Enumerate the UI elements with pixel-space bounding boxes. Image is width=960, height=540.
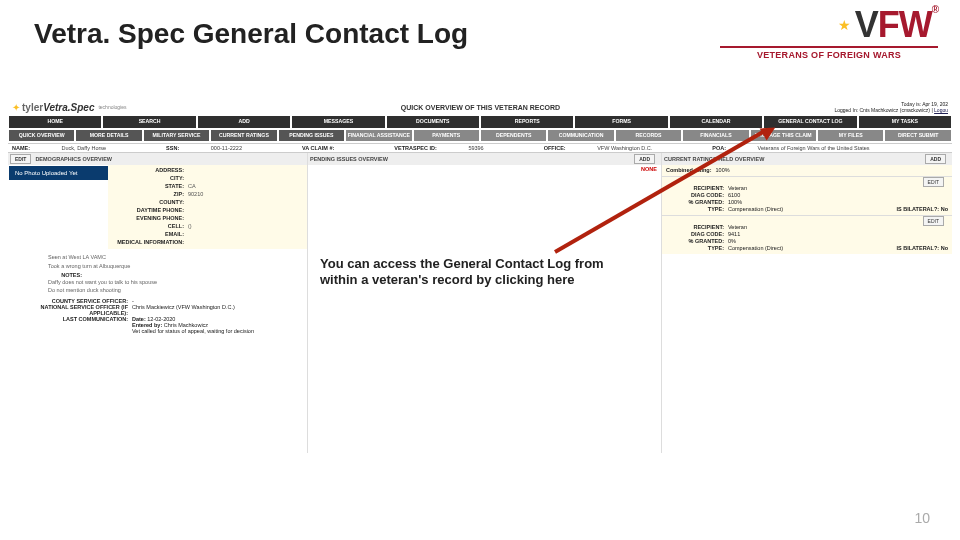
sub-direct-submit[interactable]: DIRECT SUBMIT bbox=[884, 129, 951, 143]
sub-records[interactable]: RECORDS bbox=[615, 129, 682, 143]
lastcomm-label: LAST COMMUNICATION: bbox=[8, 316, 128, 322]
r1-granted: 100% bbox=[728, 199, 948, 205]
ratings-header: CURRENT RATINGS HELD OVERVIEW bbox=[664, 156, 925, 162]
r1-bilat-label: IS BILATERAL?: bbox=[896, 206, 939, 212]
sub-payments[interactable]: PAYMENTS bbox=[413, 129, 480, 143]
photo-placeholder: No Photo Uploaded Yet bbox=[9, 166, 109, 180]
sub-more-details[interactable]: MORE DETAILS bbox=[75, 129, 142, 143]
r1-granted-label: % GRANTED: bbox=[666, 199, 724, 205]
star-icon: ★ bbox=[838, 17, 851, 33]
ratings-column: CURRENT RATINGS HELD OVERVIEWADD Combine… bbox=[662, 153, 952, 453]
evephone-label: EVENING PHONE: bbox=[112, 215, 184, 221]
evephone-value bbox=[188, 215, 303, 221]
note-line1: Daffy does not want you to talk to his s… bbox=[48, 278, 307, 286]
menu-forms[interactable]: FORMS bbox=[574, 115, 668, 129]
demographics-column: EDITDEMOGRAPHICS OVERVIEW No Photo Uploa… bbox=[8, 153, 308, 453]
menu-reports[interactable]: REPORTS bbox=[480, 115, 574, 129]
ratings-add-button[interactable]: ADD bbox=[925, 154, 946, 164]
demographics-header: DEMOGRAPHICS OVERVIEW bbox=[35, 156, 112, 162]
logged-in-user: Logged In: Cnts Machkowicz (cmackowicz) … bbox=[834, 107, 932, 113]
menu-home[interactable]: HOME bbox=[8, 115, 102, 129]
r2-granted-label: % GRANTED: bbox=[666, 238, 724, 244]
state-value: CA bbox=[188, 183, 303, 189]
menu-calendar[interactable]: CALENDAR bbox=[669, 115, 763, 129]
pending-none: NONE bbox=[308, 165, 661, 173]
city-value bbox=[188, 175, 303, 181]
medinfo-label: MEDICAL INFORMATION: bbox=[112, 239, 184, 245]
demographics-edit-button[interactable]: EDIT bbox=[10, 154, 31, 164]
email-value bbox=[188, 231, 303, 237]
menu-add[interactable]: ADD bbox=[197, 115, 291, 129]
r2-diagcode-label: DIAG CODE: bbox=[666, 231, 724, 237]
reg-mark: ® bbox=[932, 4, 938, 15]
combined-value: 100% bbox=[716, 167, 948, 173]
pending-add-button[interactable]: ADD bbox=[634, 154, 655, 164]
address-value bbox=[188, 167, 303, 173]
r2-recipient: Veteran bbox=[728, 224, 948, 230]
poa-value: Veterans of Foreign Wars of the United S… bbox=[758, 145, 870, 151]
medinfo-note2: Took a wrong turn at Albuquerque bbox=[48, 262, 307, 270]
name-label: NAME: bbox=[12, 145, 30, 151]
sub-dependents[interactable]: DEPENDENTS bbox=[480, 129, 547, 143]
r2-type-label: TYPE: bbox=[666, 245, 724, 251]
r2-recipient-label: RECIPIENT: bbox=[666, 224, 724, 230]
nso-value: Chris Mackiewicz (VFW Washington D.C.) bbox=[132, 304, 235, 316]
demographics-fields: ADDRESS: CITY: STATE:CA ZIP:90210 COUNTY… bbox=[108, 165, 307, 249]
sub-my-files[interactable]: MY FILES bbox=[817, 129, 884, 143]
ssn-value: 000-11-2222 bbox=[211, 145, 242, 151]
r1-diagcode: 6100 bbox=[728, 192, 948, 198]
r2-granted: 0% bbox=[728, 238, 948, 244]
sub-military-service[interactable]: MILITARY SERVICE bbox=[143, 129, 210, 143]
menu-documents[interactable]: DOCUMENTS bbox=[386, 115, 480, 129]
lastcomm-note: Vet called for status of appeal, waiting… bbox=[132, 328, 307, 334]
slide-title: Vetra. Spec General Contact Log bbox=[34, 18, 468, 50]
logout-link[interactable]: Logou bbox=[934, 107, 948, 113]
sub-current-ratings[interactable]: CURRENT RATINGS bbox=[210, 129, 277, 143]
overview-title: QUICK OVERVIEW OF THIS VETERAN RECORD bbox=[127, 104, 835, 111]
r1-ef: (Direct) bbox=[765, 206, 783, 212]
app-screenshot: ✦ tylerVetra.Spec technologies QUICK OVE… bbox=[8, 100, 952, 490]
menu-general-contact-log[interactable]: GENERAL CONTACT LOG bbox=[763, 115, 857, 129]
menu-messages[interactable]: MESSAGES bbox=[291, 115, 385, 129]
zip-label: ZIP: bbox=[112, 191, 184, 197]
vfw-v: V bbox=[855, 4, 878, 45]
sub-financials[interactable]: FINANCIALS bbox=[682, 129, 749, 143]
main-menu: HOME SEARCH ADD MESSAGES DOCUMENTS REPOR… bbox=[8, 115, 952, 129]
r2-bilat-label: IS BILATERAL?: bbox=[896, 245, 939, 251]
zip-value: 90210 bbox=[188, 191, 303, 197]
r2-ef: (Direct) bbox=[765, 245, 783, 251]
r1-bilat: No bbox=[941, 206, 948, 212]
medinfo-note1: Seen at West LA VAMC bbox=[48, 253, 307, 261]
city-label: CITY: bbox=[112, 175, 184, 181]
office-label: OFFICE: bbox=[544, 145, 566, 151]
ssn-label: SSN: bbox=[166, 145, 179, 151]
vaclaim-label: VA CLAIM #: bbox=[302, 145, 334, 151]
r1-type: Compensation bbox=[728, 206, 763, 212]
name-value: Duck, Daffy Horse bbox=[62, 145, 107, 151]
r1-type-label: TYPE: bbox=[666, 206, 724, 212]
r2-diagcode: 9411 bbox=[728, 231, 948, 237]
county-value bbox=[188, 199, 303, 205]
sub-financial-assistance[interactable]: FINANCIAL ASSISTANCE bbox=[345, 129, 412, 143]
cell-value: () bbox=[188, 223, 303, 229]
sub-pending-issues[interactable]: PENDING ISSUES bbox=[278, 129, 345, 143]
r2-type: Compensation bbox=[728, 245, 763, 251]
brand-sub: technologies bbox=[98, 104, 126, 110]
email-label: EMAIL: bbox=[112, 231, 184, 237]
sub-quick-overview[interactable]: QUICK OVERVIEW bbox=[8, 129, 75, 143]
vfw-logo: ★ VFW® VETERANS OF FOREIGN WARS bbox=[680, 4, 938, 66]
vfw-fw: FW bbox=[878, 4, 932, 45]
menu-my-tasks[interactable]: MY TASKS bbox=[858, 115, 952, 129]
r1-recipient: Veteran bbox=[728, 185, 948, 191]
sub-communication[interactable]: COMMUNICATION bbox=[547, 129, 614, 143]
state-label: STATE: bbox=[112, 183, 184, 189]
pending-header: PENDING ISSUES OVERVIEW bbox=[310, 156, 634, 162]
dayphone-value bbox=[188, 207, 303, 213]
callout-text: You can access the General Contact Log f… bbox=[320, 256, 620, 289]
vsid-label: VETRASPEC ID: bbox=[394, 145, 436, 151]
menu-search[interactable]: SEARCH bbox=[102, 115, 196, 129]
r2-bilat: No bbox=[941, 245, 948, 251]
medinfo-value bbox=[188, 239, 303, 245]
tyler-logo: ✦ tylerVetra.Spec technologies bbox=[12, 102, 127, 113]
note-line2: Do not mention duck shooting bbox=[48, 286, 307, 294]
